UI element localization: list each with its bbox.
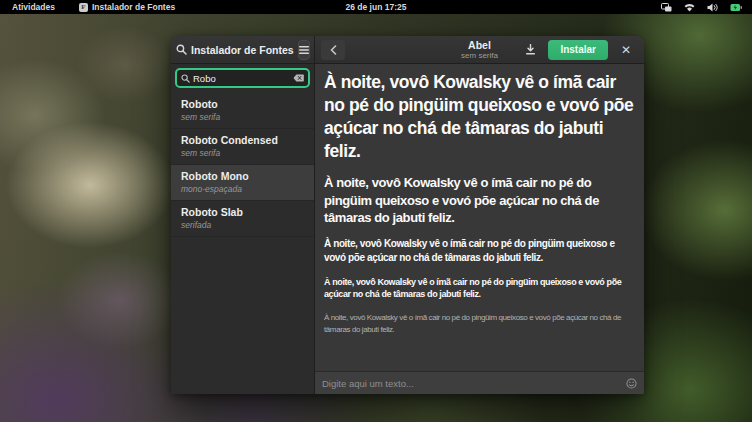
header-bar: Instalador de Fontes Abel sem serifa Ins… xyxy=(171,36,644,64)
preview-pane: À noite, vovô Kowalsky vê o ímã cair no … xyxy=(315,64,644,394)
font-list-item-style: sem serifa xyxy=(181,112,304,122)
search-entry xyxy=(175,68,310,88)
battery-icon xyxy=(730,3,742,12)
search-input[interactable] xyxy=(193,73,290,84)
custom-text-entry xyxy=(315,371,644,394)
pangram-preview-4: À noite, vovô Kowalsky vê o ímã cair no … xyxy=(324,276,635,301)
clear-search-icon[interactable] xyxy=(293,74,304,82)
volume-icon xyxy=(707,3,718,12)
install-button[interactable]: Instalar xyxy=(548,40,608,60)
font-list-item-name: Roboto xyxy=(181,98,304,110)
font-list: Robotosem serifaRoboto Condensedsem seri… xyxy=(171,93,314,394)
font-list-item[interactable]: Roboto Slabserifada xyxy=(171,201,314,237)
font-list-item-name: Roboto Condensed xyxy=(181,134,304,146)
preview-header: Abel sem serifa Instalar ✕ xyxy=(315,36,644,63)
font-list-item[interactable]: Roboto Monomono-espaçada xyxy=(171,165,314,201)
font-list-item-style: sem serifa xyxy=(181,148,304,158)
custom-text-input[interactable] xyxy=(322,378,620,389)
pangram-preview-5: À noite, vovô Kowalsky vê o ímã cair no … xyxy=(324,312,635,335)
system-status-area[interactable] xyxy=(661,3,752,12)
font-list-item-style: mono-espaçada xyxy=(181,184,304,194)
back-button[interactable] xyxy=(321,40,345,60)
preview-waterfall: À noite, vovô Kowalsky vê o ímã cair no … xyxy=(315,64,644,371)
wifi-icon xyxy=(684,3,695,12)
font-list-item[interactable]: Robotosem serifa xyxy=(171,93,314,129)
screen-share-icon xyxy=(661,3,672,12)
pangram-preview-2: À noite, vovô Kowalsky vê o ímã cair no … xyxy=(324,174,635,225)
search-toggle-button[interactable] xyxy=(176,40,187,60)
menu-button[interactable] xyxy=(298,40,310,60)
pangram-preview-1: À noite, vovô Kowalsky vê o ímã cair no … xyxy=(324,71,635,163)
window-title: Instalador de Fontes xyxy=(191,44,294,56)
font-list-item-name: Roboto Slab xyxy=(181,206,304,218)
font-list-item-style: serifada xyxy=(181,220,304,230)
font-list-item[interactable]: Roboto Condensedsem serifa xyxy=(171,129,314,165)
pangram-preview-3: À noite, vovô Kowalsky vê o ímã cair no … xyxy=(324,237,635,265)
font-installer-window: Instalador de Fontes Abel sem serifa Ins… xyxy=(171,36,644,394)
font-list-item-name: Roboto Mono xyxy=(181,170,304,182)
search-icon xyxy=(181,74,190,83)
top-bar: Atividades F Instalador de Fontes 26 de … xyxy=(0,0,752,14)
download-button[interactable] xyxy=(518,40,542,60)
close-icon[interactable]: ✕ xyxy=(614,40,638,60)
emoji-icon[interactable] xyxy=(626,378,637,389)
sidebar: Robotosem serifaRoboto Condensedsem seri… xyxy=(171,64,315,394)
clock[interactable]: 26 de jun 17:25 xyxy=(0,2,752,12)
sidebar-header: Instalador de Fontes xyxy=(171,36,315,63)
